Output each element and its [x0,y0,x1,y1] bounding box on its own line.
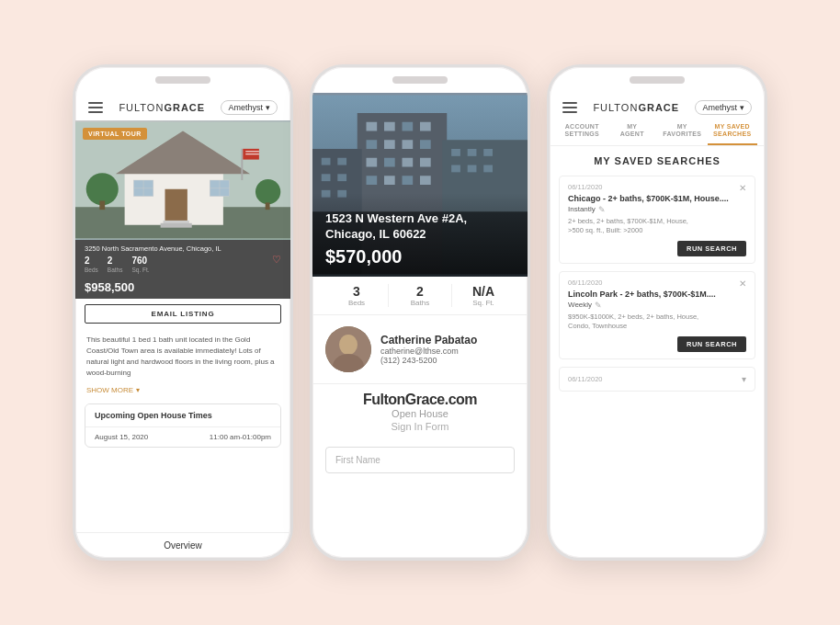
phone-left: FULTONGRACE Amethyst ▾ [73,64,293,561]
svg-rect-32 [384,158,395,167]
listing-price: $958,500 [85,280,134,294]
svg-rect-42 [322,174,331,181]
svg-point-55 [339,335,358,355]
search-card-2: 06/11/2020 ✕ Lincoln Park - 2+ baths, $7… [559,271,755,359]
hero-price: $570,000 [325,246,515,267]
phone-left-content: FULTONGRACE Amethyst ▾ [75,93,290,558]
listing-stats: 2 Beds 2 Baths 760 Sq. Ft. [85,256,221,274]
tab-my-agent[interactable]: MY AGENT [607,119,658,145]
account-tabs: ACCOUNT SETTINGS MY AGENT MY FAVORITES M… [550,119,765,146]
listing-description: This beautiful 1 bed 1 bath unit located… [75,329,290,384]
agent-card: Catherine Pabatao catherine@lthse.com (3… [312,315,528,383]
phone-middle: 1523 N Western Ave #2A, Chicago, IL 6062… [310,64,530,561]
svg-rect-29 [403,140,414,149]
search-card-1-title: Chicago - 2+ baths, $700K-$1M, House.... [568,194,746,203]
chevron-down-icon: ▾ [742,374,746,384]
phone-right-content: FULTONGRACE Amethyst ▾ ACCOUNT SETTINGS … [550,93,765,558]
svg-rect-47 [451,149,460,156]
search-card-1: 06/11/2020 ✕ Chicago - 2+ baths, $700K-$… [559,176,755,264]
phones-container: FULTONGRACE Amethyst ▾ [0,46,840,579]
svg-rect-25 [403,122,414,131]
tab-my-saved-searches[interactable]: MY SAVED SEARCHES [708,119,758,145]
edit-icon-1[interactable]: ✎ [598,205,606,214]
svg-rect-31 [367,158,378,167]
first-name-input[interactable]: First Name [325,447,515,473]
agent-photo [325,326,371,372]
svg-rect-28 [384,140,395,149]
overview-tab[interactable]: Overview [75,532,290,558]
listing-image: VIRTUAL TOUR [75,120,290,240]
hamburger-icon-right[interactable] [562,102,577,113]
open-house-brand: FultonGrace.com [325,392,515,408]
listing-info-bar: 3250 North Sacramento Avenue, Chicago, I… [75,240,290,278]
svg-point-16 [255,179,280,204]
svg-rect-36 [384,176,395,185]
search-card-1-freq: Instantly ✎ [568,205,746,214]
agent-name: Catherine Pabatao [380,334,515,347]
svg-rect-37 [403,176,414,185]
page-title-saved-searches: MY SAVED SEARCHES [550,146,765,172]
search-card-2-freq: Weekly ✎ [568,301,746,310]
phone-middle-content: 1523 N Western Ave #2A, Chicago, IL 6062… [312,93,528,558]
run-search-button-1[interactable]: RUN SEARCH [677,241,746,256]
stat-sqft: N/A Sq. Ft. [452,284,515,307]
svg-rect-11 [241,149,243,180]
search-card-1-details: 2+ beds, 2+ baths, $700K-$1M, House, >50… [568,217,746,236]
search-card-2-title: Lincoln Park - 2+ baths, $700K-$1M.... [568,290,746,299]
agent-phone: (312) 243-5200 [380,356,515,365]
nav-bar-left: FULTONGRACE Amethyst ▾ [75,93,290,120]
stat-baths: 2 Baths [389,284,452,307]
favorite-icon[interactable]: ♡ [272,254,281,266]
search-card-3-date: 06/11/2020 [568,375,603,383]
show-more-link[interactable]: SHOW MORE ▾ [75,384,290,400]
search-card-1-close[interactable]: ✕ [739,183,746,193]
agent-avatar [325,326,371,372]
svg-rect-24 [384,122,395,131]
svg-rect-23 [367,122,378,131]
svg-rect-43 [337,174,346,181]
svg-rect-30 [420,140,431,149]
svg-rect-34 [420,158,431,167]
price-row: $958,500 [75,278,290,299]
search-card-3[interactable]: 06/11/2020 ▾ [559,367,755,392]
svg-rect-17 [99,200,105,210]
edit-icon-2[interactable]: ✎ [595,301,602,310]
svg-rect-27 [367,140,378,149]
search-card-2-close[interactable]: ✕ [739,278,746,289]
svg-rect-4 [165,189,187,225]
stat-beds: 3 Beds [325,284,389,307]
brand-logo-left: FULTONGRACE [119,102,205,113]
svg-rect-26 [420,122,431,131]
search-card-2-date: 06/11/2020 [568,278,746,287]
svg-point-15 [86,173,119,205]
svg-rect-52 [483,165,493,173]
listing-address-small: 3250 North Sacramento Avenue, Chicago, I… [85,244,221,274]
open-house-section: Upcoming Open House Times August 15, 202… [85,403,281,448]
search-card-2-details: $950K-$1000K, 2+ beds, 2+ baths, House, … [568,312,746,332]
amethyst-dropdown-right[interactable]: Amethyst ▾ [695,100,752,115]
agent-info: Catherine Pabatao catherine@lthse.com (3… [380,334,515,365]
svg-rect-20 [161,223,192,228]
open-house-date: August 15, 2020 [95,433,148,441]
middle-hero-image: 1523 N Western Ave #2A, Chicago, IL 6062… [312,93,528,277]
svg-rect-38 [420,176,431,185]
svg-rect-40 [322,158,331,165]
listing-stat-sqft: 760 Sq. Ft. [131,256,149,274]
hero-address-overlay: 1523 N Western Ave #2A, Chicago, IL 6062… [312,193,528,277]
search-card-1-date: 06/11/2020 [568,183,746,191]
svg-rect-51 [468,165,477,173]
listing-stat-baths: 2 Baths [108,256,123,274]
open-house-header: Upcoming Open House Times [85,404,280,427]
tab-my-favorites[interactable]: MY FAVORITES [657,119,708,145]
tab-account-settings[interactable]: ACCOUNT SETTINGS [557,119,607,145]
hero-address: 1523 N Western Ave #2A, Chicago, IL 6062… [325,211,515,243]
svg-rect-18 [266,202,270,210]
open-house-form-section: FultonGrace.com Open House Sign In Form [312,383,528,439]
run-search-button-2[interactable]: RUN SEARCH [677,336,746,352]
svg-rect-50 [451,165,460,173]
amethyst-dropdown[interactable]: Amethyst ▾ [221,100,278,115]
email-listing-button[interactable]: EMAIL LISTING [85,304,281,324]
sign-in-form-label: Sign In Form [325,421,515,432]
svg-rect-35 [367,176,378,185]
hamburger-icon[interactable] [88,102,103,113]
